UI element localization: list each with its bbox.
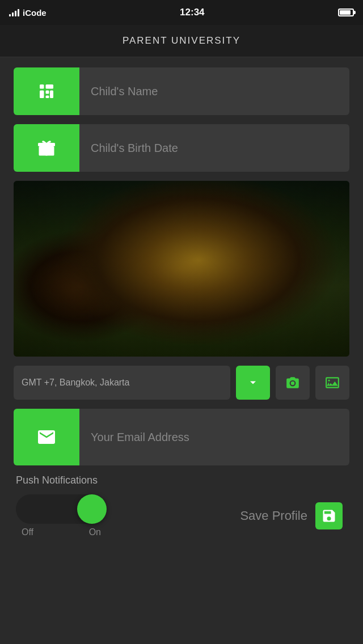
baby-photo: [14, 181, 349, 357]
gallery-button[interactable]: [315, 366, 349, 400]
svg-rect-1: [40, 91, 44, 99]
camera-icon: [285, 375, 300, 390]
save-icon-box: [315, 502, 343, 529]
child-name-input[interactable]: [79, 67, 349, 115]
floppy-disk-icon: [321, 508, 337, 524]
app-header: PARENT UNIVERSITY: [0, 25, 363, 57]
child-birth-date-row: [14, 124, 349, 172]
chevron-down-icon: [247, 377, 259, 388]
child-name-icon-box: [14, 67, 79, 115]
svg-rect-8: [46, 143, 48, 156]
gift-icon: [36, 138, 57, 158]
toggle-labels: Off On: [16, 527, 107, 537]
toggle-on-label: On: [89, 527, 101, 537]
save-profile-button[interactable]: Save Profile: [240, 502, 347, 529]
battery-icon: [338, 9, 354, 16]
photo-area[interactable]: [14, 181, 349, 357]
toggle-off-label: Off: [22, 527, 33, 537]
svg-rect-0: [40, 84, 44, 89]
signal-bars-icon: [9, 9, 19, 16]
timezone-input[interactable]: [14, 366, 230, 400]
camera-button[interactable]: [276, 366, 310, 400]
toggle-row: Off On Save Profile: [16, 494, 347, 537]
app-title: PARENT UNIVERSITY: [123, 35, 240, 46]
status-time: 12:34: [180, 7, 204, 18]
toggle-container: Off On: [16, 494, 107, 537]
gallery-icon: [325, 375, 340, 390]
main-content: Push Notifications Off On Save Profile: [0, 57, 363, 548]
email-row: [14, 409, 349, 465]
email-icon-box: [14, 409, 79, 465]
svg-rect-3: [46, 91, 49, 94]
child-birth-date-input[interactable]: [79, 124, 349, 172]
svg-rect-2: [46, 84, 54, 89]
email-icon: [36, 427, 57, 447]
timezone-dropdown-button[interactable]: [236, 366, 270, 400]
child-name-row: [14, 67, 349, 115]
battery-fill: [340, 10, 351, 15]
carrier-label: iCode: [23, 8, 47, 18]
svg-rect-5: [46, 96, 49, 99]
status-left: iCode: [9, 8, 47, 18]
notifications-section: Push Notifications Off On Save Profile: [14, 474, 349, 537]
toggle-thumb: [77, 494, 107, 524]
child-birth-icon-box: [14, 124, 79, 172]
bottom-controls: [14, 366, 349, 400]
notifications-label: Push Notifications: [16, 474, 347, 486]
child-icon: [36, 81, 57, 101]
push-notifications-toggle[interactable]: [16, 494, 107, 524]
status-bar: iCode 12:34: [0, 0, 363, 25]
svg-rect-4: [50, 91, 53, 99]
email-input[interactable]: [79, 409, 349, 465]
save-profile-label: Save Profile: [240, 509, 307, 523]
